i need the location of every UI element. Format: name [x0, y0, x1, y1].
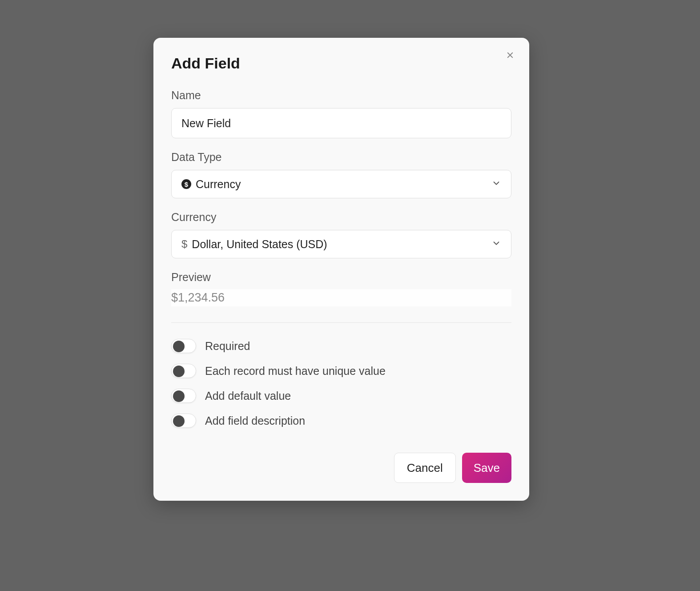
datatype-select[interactable]: $ Currency — [171, 170, 511, 198]
required-toggle-label: Required — [205, 340, 250, 353]
currency-label: Currency — [171, 211, 511, 224]
preview-value: $1,234.56 — [171, 289, 511, 306]
currency-type-icon: $ — [181, 179, 191, 189]
toggle-row-description: Add field description — [171, 414, 511, 428]
chevron-down-icon — [491, 238, 501, 250]
chevron-down-icon — [491, 178, 501, 190]
modal-header: Add Field — [171, 55, 511, 72]
description-toggle-label: Add field description — [205, 414, 305, 427]
required-toggle[interactable] — [171, 339, 196, 353]
modal-title: Add Field — [171, 55, 240, 72]
toggle-row-default: Add default value — [171, 389, 511, 403]
name-label: Name — [171, 89, 511, 102]
toggle-knob — [173, 415, 185, 427]
close-icon — [506, 54, 514, 60]
unique-toggle-label: Each record must have unique value — [205, 365, 386, 378]
name-input[interactable] — [171, 108, 511, 138]
cancel-button[interactable]: Cancel — [394, 453, 456, 483]
default-value-toggle[interactable] — [171, 389, 196, 403]
toggle-row-unique: Each record must have unique value — [171, 364, 511, 378]
default-value-toggle-label: Add default value — [205, 390, 291, 402]
datatype-label: Data Type — [171, 151, 511, 164]
close-button[interactable] — [504, 49, 516, 62]
toggle-knob — [173, 341, 185, 352]
add-field-modal: Add Field Name Data Type $ Currency — [153, 38, 529, 501]
currency-select[interactable]: $ Dollar, United States (USD) — [171, 230, 511, 258]
preview-section: Preview $1,234.56 — [171, 271, 511, 306]
datatype-field-group: Data Type $ Currency — [171, 151, 511, 198]
currency-value: Dollar, United States (USD) — [192, 238, 491, 251]
toggle-list: Required Each record must have unique va… — [171, 339, 511, 428]
unique-toggle[interactable] — [171, 364, 196, 378]
dollar-icon: $ — [181, 238, 187, 250]
divider — [171, 322, 511, 323]
name-field-group: Name — [171, 89, 511, 138]
modal-footer: Cancel Save — [171, 453, 511, 483]
toggle-knob — [173, 366, 185, 377]
preview-label: Preview — [171, 271, 511, 284]
save-button[interactable]: Save — [462, 453, 511, 483]
currency-field-group: Currency $ Dollar, United States (USD) — [171, 211, 511, 258]
datatype-value: Currency — [196, 178, 491, 191]
toggle-row-required: Required — [171, 339, 511, 353]
description-toggle[interactable] — [171, 414, 196, 428]
toggle-knob — [173, 390, 185, 402]
